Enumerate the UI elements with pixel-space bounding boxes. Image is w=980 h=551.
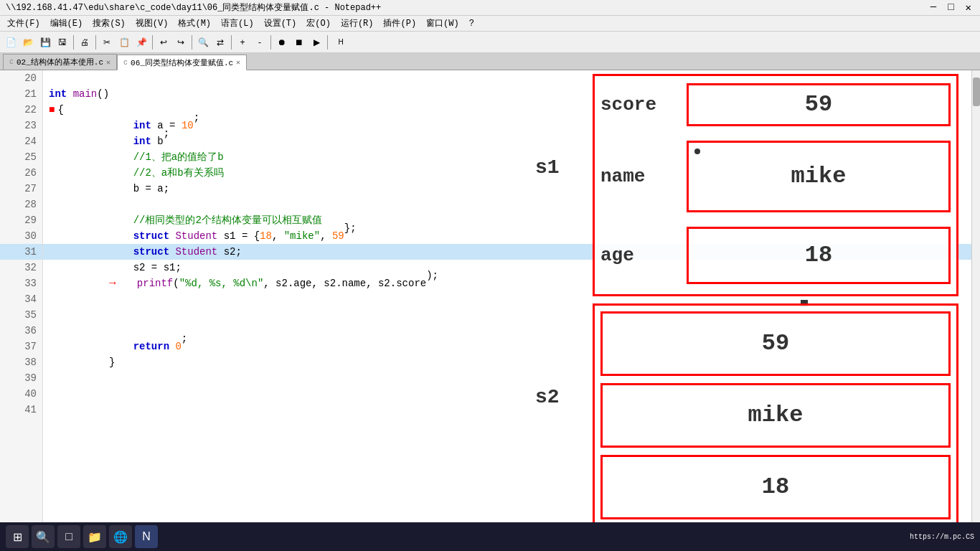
line-num-35: 35: [0, 307, 42, 323]
brace-close-38: }: [109, 354, 115, 370]
macro-stop-button[interactable]: ⏹: [291, 34, 307, 50]
str-mike: "mike": [284, 228, 320, 244]
cut-button[interactable]: ✂: [99, 34, 115, 50]
kw-int-23: int: [133, 118, 151, 133]
var-b: b: [157, 133, 163, 149]
taskbar-url: https://m.pc.CS: [910, 533, 974, 541]
menu-help[interactable]: ?: [465, 17, 479, 30]
line-num-30: 30: [0, 228, 42, 244]
search-button[interactable]: 🔍: [32, 525, 55, 548]
titlebar-controls: ─ □ ✕: [928, 1, 974, 14]
toolbar-sep-7: [327, 35, 328, 50]
menu-settings[interactable]: 设置(T): [260, 16, 301, 31]
num-59: 59: [332, 228, 344, 244]
find-button[interactable]: 🔍: [195, 34, 211, 50]
line-num-29: 29: [0, 212, 42, 228]
var-a: a: [157, 118, 163, 133]
num-0: 0: [175, 339, 181, 354]
s2-age-value: 18: [600, 455, 951, 519]
macro-play-button[interactable]: ▶: [308, 34, 324, 50]
undo-button[interactable]: ↩: [156, 34, 171, 50]
line-num-27: 27: [0, 181, 42, 197]
fn-main: main: [73, 86, 98, 102]
task-view-button[interactable]: □: [57, 525, 80, 548]
name-dot: [694, 149, 700, 154]
type-student-30: Student: [175, 228, 217, 244]
new-button[interactable]: 📄: [3, 34, 19, 50]
minimize-button[interactable]: ─: [928, 1, 939, 14]
scrollbar-vertical[interactable]: [971, 70, 980, 534]
toolbar-sep-1: [73, 35, 74, 50]
zoom-in-button[interactable]: +: [235, 34, 250, 50]
menu-format[interactable]: 格式(M): [174, 16, 215, 31]
toolbar-sep-3: [152, 35, 153, 50]
save-all-button[interactable]: 🖫: [55, 34, 70, 50]
s2-variable-label: s2: [535, 390, 560, 405]
cmt-25: //1、把a的值给了b: [133, 149, 224, 165]
code-b-eq-a: b = a;: [133, 181, 169, 197]
num-18: 18: [260, 228, 272, 244]
open-button[interactable]: 📂: [20, 34, 36, 50]
menu-macro[interactable]: 宏(O): [302, 16, 335, 31]
arg-s2age: s2.age: [275, 276, 311, 291]
toolbar: 📄 📂 💾 🖫 🖨 ✂ 📋 📌 ↩ ↪ 🔍 ⇄ + - ⏺ ⏹ ▶ H: [0, 32, 980, 53]
line-num-34: 34: [0, 291, 42, 307]
taskbar-edge[interactable]: 🌐: [109, 525, 132, 548]
line-numbers: 20 21 22 23 24 25 26 27 28 29 30 31 32 3…: [0, 70, 43, 534]
menu-edit[interactable]: 编辑(E): [46, 16, 88, 31]
menu-window[interactable]: 窗口(W): [422, 16, 463, 31]
scrollbar-thumb[interactable]: [973, 77, 980, 106]
taskbar: ⊞ 🔍 □ 📁 🌐 N https://m.pc.CS: [0, 522, 980, 551]
line-num-23: 23: [0, 118, 42, 133]
toolbar-sep-2: [95, 35, 96, 50]
tab-06-struct[interactable]: c 06_同类型结构体变量赋值.c ✕: [117, 55, 247, 70]
lang-button[interactable]: H: [331, 34, 351, 50]
copy-button[interactable]: 📋: [116, 34, 132, 50]
macro-record-button[interactable]: ⏺: [274, 34, 290, 50]
s2-score-value: 59: [600, 311, 951, 376]
tab-02-close[interactable]: ✕: [106, 58, 110, 67]
menu-run[interactable]: 运行(R): [336, 16, 378, 31]
redo-button[interactable]: ↪: [173, 34, 189, 50]
taskbar-notepad[interactable]: N: [135, 525, 158, 548]
tab-06-label: 06_同类型结构体变量赋值.c: [131, 57, 233, 68]
save-button[interactable]: 💾: [37, 34, 53, 50]
menu-language[interactable]: 语言(L): [217, 16, 258, 31]
zoom-out-button[interactable]: -: [252, 34, 268, 50]
line-num-24: 24: [0, 133, 42, 149]
replace-button[interactable]: ⇄: [212, 34, 228, 50]
menu-view[interactable]: 视图(V): [131, 16, 173, 31]
taskbar-explorer[interactable]: 📁: [83, 525, 106, 548]
arg-s2name: s2.name: [324, 276, 366, 291]
menu-plugins[interactable]: 插件(P): [379, 16, 420, 31]
maximize-button[interactable]: □: [945, 1, 956, 14]
s1-struct-box: score 59 name mike age 18: [593, 74, 958, 296]
arg-s2score: s2.score: [378, 276, 426, 291]
print-button[interactable]: 🖨: [77, 34, 93, 50]
close-button[interactable]: ✕: [963, 1, 974, 14]
paste-button[interactable]: 📌: [133, 34, 149, 50]
tab-06-close[interactable]: ✕: [236, 58, 240, 67]
var-s1-30: s1: [224, 228, 236, 244]
menu-file[interactable]: 文件(F): [3, 16, 44, 31]
s2-struct-box: 59 mike 18: [593, 303, 958, 526]
s1-name-value: mike: [687, 141, 951, 212]
kw-int-21: int: [49, 86, 67, 102]
taskbar-right: https://m.pc.CS: [910, 533, 974, 541]
menu-search[interactable]: 搜索(S): [88, 16, 130, 31]
start-button[interactable]: ⊞: [6, 525, 29, 548]
tab-02-struct[interactable]: c 02_结构体的基本使用.c ✕: [3, 54, 117, 70]
tab-02-icon: c: [9, 58, 14, 66]
line-num-25: 25: [0, 149, 42, 165]
titlebar-title: \\192.168.41.47\edu\share\c_code\day11\0…: [6, 1, 381, 14]
editor: 20 21 22 23 24 25 26 27 28 29 30 31 32 3…: [0, 70, 980, 534]
var-s2-31: s2;: [224, 244, 242, 260]
cmt-29: //相同类型的2个结构体变量可以相互赋值: [133, 212, 322, 228]
line-num-38: 38: [0, 354, 42, 370]
s1-score-row: score 59: [595, 76, 956, 133]
tabs-bar: c 02_结构体的基本使用.c ✕ c 06_同类型结构体变量赋值.c ✕: [0, 53, 980, 70]
code-area[interactable]: int main() ■{ int a = 10; int b; //1、把a的…: [43, 70, 980, 534]
s2-name-value: mike: [600, 383, 951, 448]
line-num-31: 31: [0, 244, 42, 260]
line-num-20: 20: [0, 70, 42, 86]
